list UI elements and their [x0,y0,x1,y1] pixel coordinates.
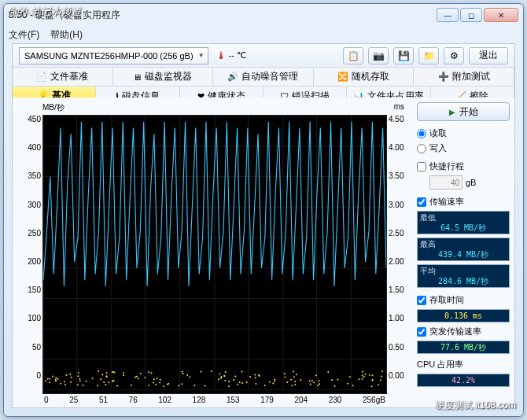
svg-point-145 [362,375,363,377]
svg-point-49 [255,383,256,385]
svg-point-24 [286,381,288,383]
svg-point-93 [138,378,139,379]
save-button[interactable]: 💾 [393,47,414,64]
svg-point-89 [135,376,136,378]
svg-point-33 [160,379,161,381]
svg-point-133 [241,382,243,384]
options-button[interactable]: ⚙ [444,47,464,64]
side-panel: 开始 读取 写入 快捷行程 40 gB 传输速率 最低 64.5 MB/秒 最高… [415,98,514,407]
svg-point-114 [97,385,98,386]
read-radio[interactable] [417,129,426,138]
svg-point-148 [223,375,225,377]
svg-point-113 [224,380,226,381]
svg-point-52 [284,373,286,374]
svg-point-27 [123,372,124,374]
svg-point-48 [311,380,313,381]
svg-point-151 [163,385,164,387]
device-select-value: SAMSUNG MZNTE256HMHP-000 (256 gB) [24,51,193,61]
tab-random-access[interactable]: 🔀随机存取 [314,68,415,86]
access-time-dots [45,370,383,387]
svg-point-99 [153,378,155,380]
speaker-icon: 🔊 [227,72,238,82]
svg-point-116 [157,378,158,379]
svg-point-129 [181,371,182,373]
svg-point-65 [78,372,79,374]
menu-file[interactable]: 文件(F) [9,28,39,42]
svg-point-100 [145,377,146,378]
tab-extra-tests[interactable]: ➕附加测试 [414,68,514,86]
svg-point-64 [327,371,329,373]
svg-point-67 [69,374,71,375]
menu-help[interactable]: 帮助(H) [50,28,83,42]
svg-point-120 [269,381,271,383]
svg-point-54 [319,383,320,385]
access-time-check[interactable] [417,296,426,305]
svg-point-61 [249,376,251,378]
svg-point-137 [381,370,383,372]
svg-point-69 [317,385,319,386]
exit-button[interactable]: 退出 [469,47,508,64]
temperature-display: -- ℃ [216,50,246,62]
plus-icon: ➕ [438,72,449,82]
svg-point-103 [264,385,266,386]
svg-point-101 [211,370,212,372]
write-radio[interactable] [417,144,426,153]
svg-point-73 [108,381,109,383]
svg-point-109 [151,372,153,374]
svg-point-125 [45,380,46,381]
app-window: 5.50 - 硬盘（硬盘实用程序 — ◻ ✕ 文件(F) 帮助(H) SAMSU… [3,3,524,417]
tab-aam[interactable]: 🔊自动噪音管理 [213,68,314,86]
folder-button[interactable]: 📁 [418,47,439,64]
svg-point-144 [116,385,118,386]
svg-point-135 [315,374,317,376]
svg-point-40 [300,379,301,381]
svg-point-121 [79,380,81,381]
svg-point-81 [52,375,53,377]
svg-point-35 [148,385,149,386]
svg-point-149 [272,383,274,385]
svg-point-117 [131,385,132,386]
svg-point-97 [239,381,241,383]
short-stroke-check[interactable] [417,162,426,171]
tab-disk-monitor[interactable]: 🖥磁盘监视器 [113,68,214,86]
y-ticks: 450400350300250200150100500 [20,115,41,380]
chart-panel: MB/秒 ms 450400350300250200150100500 4.50… [13,98,415,407]
svg-point-108 [284,376,286,378]
stat-cpu: 42.2% [417,374,510,387]
svg-point-142 [92,378,94,379]
svg-point-56 [105,375,107,377]
svg-point-39 [189,376,190,378]
short-stroke-value[interactable]: 40 [429,175,463,190]
maximize-button[interactable]: ◻ [460,8,482,22]
burst-check[interactable] [417,327,426,337]
svg-point-131 [55,378,57,379]
close-button[interactable]: ✕ [484,8,518,22]
svg-point-152 [218,378,219,380]
svg-point-143 [112,371,113,373]
device-select[interactable]: SAMSUNG MZNTE256HMHP-000 (256 gB) [19,47,208,64]
svg-point-127 [65,374,67,376]
svg-point-138 [49,381,50,383]
svg-point-43 [362,371,363,373]
svg-point-58 [64,384,66,385]
svg-point-70 [49,378,50,379]
start-button[interactable]: 开始 [417,102,510,121]
temperature-value: -- ℃ [229,50,246,61]
svg-point-72 [293,371,294,373]
svg-point-90 [293,376,295,378]
titlebar: 5.50 - 硬盘（硬盘实用程序 — ◻ ✕ [4,4,523,26]
screenshot-button[interactable]: 📷 [368,47,389,64]
svg-point-122 [186,374,188,376]
svg-point-102 [194,385,196,386]
stat-min: 最低 64.5 MB/秒 [417,211,510,234]
minimize-button[interactable]: — [437,8,459,22]
cpu-usage-label: CPU 占用率 [417,359,510,370]
transfer-rate-check[interactable] [417,197,426,207]
svg-point-153 [168,383,169,385]
tab-file-benchmark[interactable]: 📄文件基准 [13,68,113,86]
svg-point-38 [363,376,365,378]
svg-point-92 [259,375,260,377]
chart-canvas [42,115,387,394]
copy-info-button[interactable]: 📋 [343,47,363,64]
svg-point-139 [255,377,256,378]
